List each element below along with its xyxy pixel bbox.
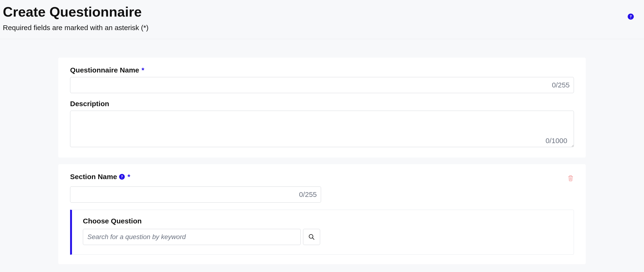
- question-search-button[interactable]: [303, 229, 320, 245]
- help-icon: [628, 13, 634, 20]
- section-name-input[interactable]: [70, 186, 321, 203]
- question-search-input[interactable]: [83, 229, 301, 245]
- description-group: Description 0/1000: [70, 100, 574, 148]
- section-name-input-wrap: 0/255: [70, 186, 321, 203]
- section-name-label-text: Section Name: [70, 173, 117, 181]
- section-name-label: Section Name *: [70, 173, 130, 181]
- questionnaire-card: Questionnaire Name * 0/255 Description 0…: [58, 58, 586, 158]
- questionnaire-name-label: Questionnaire Name *: [70, 66, 144, 74]
- description-label-text: Description: [70, 100, 109, 108]
- question-search-row: [83, 229, 563, 245]
- questionnaire-name-input-wrap: 0/255: [70, 77, 574, 93]
- required-asterisk: *: [128, 173, 130, 181]
- description-textarea[interactable]: [70, 111, 574, 147]
- questionnaire-name-input[interactable]: [70, 77, 574, 93]
- questionnaire-name-group: Questionnaire Name * 0/255: [70, 66, 574, 93]
- required-asterisk: *: [142, 66, 144, 74]
- delete-section-button[interactable]: [567, 175, 574, 181]
- page-header: Create Questionnaire Required fields are…: [0, 0, 644, 39]
- page-title: Create Questionnaire: [3, 4, 148, 20]
- section-card: Section Name * 0/255 Cho: [58, 164, 586, 264]
- page-header-left: Create Questionnaire Required fields are…: [3, 4, 148, 32]
- section-name-help-button[interactable]: [119, 174, 125, 180]
- questionnaire-name-label-text: Questionnaire Name: [70, 66, 139, 74]
- page-help-button[interactable]: [628, 13, 634, 21]
- content-wrap: Questionnaire Name * 0/255 Description 0…: [58, 39, 586, 264]
- question-panel: Choose Question: [70, 210, 574, 255]
- choose-question-label: Choose Question: [83, 217, 563, 225]
- description-textarea-wrap: 0/1000: [70, 111, 574, 148]
- search-icon: [308, 234, 315, 240]
- description-label: Description: [70, 100, 109, 108]
- trash-icon: [568, 175, 574, 181]
- help-icon: [119, 174, 125, 180]
- page-subtitle: Required fields are marked with an aster…: [3, 24, 148, 32]
- section-header-row: Section Name *: [70, 173, 574, 184]
- svg-line-3: [312, 238, 314, 239]
